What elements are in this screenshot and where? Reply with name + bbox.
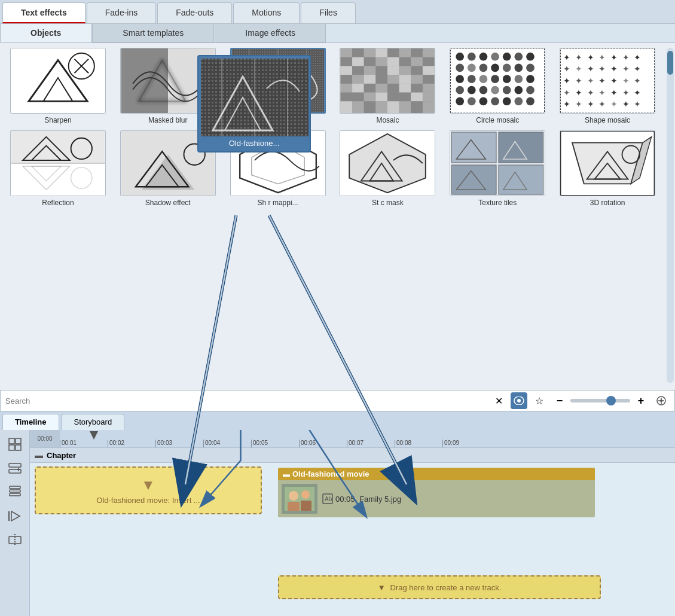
preview-button[interactable] bbox=[511, 392, 527, 409]
tab-smart-templates[interactable]: Smart templates bbox=[92, 24, 214, 42]
svg-rect-43 bbox=[341, 75, 353, 84]
svg-point-108 bbox=[503, 97, 511, 105]
svg-text:✦: ✦ bbox=[575, 89, 582, 97]
svg-rect-37 bbox=[364, 66, 376, 75]
tooltip-popup: Old-fashione... bbox=[197, 55, 311, 153]
sidebar-icon-play[interactable] bbox=[5, 507, 25, 526]
svg-text:✦: ✦ bbox=[575, 100, 582, 109]
effect-thumb-sharpen bbox=[10, 48, 106, 114]
svg-text:✦: ✦ bbox=[598, 89, 606, 97]
svg-text:✦: ✦ bbox=[634, 77, 641, 86]
svg-rect-205 bbox=[10, 490, 20, 492]
svg-text:✦: ✦ bbox=[575, 77, 582, 86]
svg-point-83 bbox=[456, 64, 465, 72]
insert-text: Old-fashioned movie: Insert ... bbox=[96, 496, 200, 505]
svg-rect-35 bbox=[341, 66, 353, 75]
svg-rect-42 bbox=[423, 66, 435, 75]
svg-point-216 bbox=[301, 490, 310, 499]
top-tab-bar: Text effects Fade-ins Fade-outs Motions … bbox=[0, 0, 675, 24]
svg-point-94 bbox=[503, 75, 511, 83]
tab-timeline[interactable]: Timeline bbox=[2, 414, 59, 430]
effect-reflection[interactable]: Reflection bbox=[5, 130, 111, 207]
effect-label-reflection: Reflection bbox=[42, 199, 74, 207]
svg-point-215 bbox=[289, 491, 298, 501]
svg-rect-47 bbox=[387, 75, 399, 84]
svg-point-92 bbox=[479, 75, 488, 83]
tab-text-effects[interactable]: Text effects bbox=[2, 2, 85, 23]
tab-fade-ins[interactable]: Fade-ins bbox=[87, 2, 156, 23]
scrollbar[interactable] bbox=[667, 48, 674, 383]
effect-static-mask[interactable]: St c mask bbox=[334, 130, 441, 207]
timeline-body: 00:00 00:01 00:02 00:03 00:04 00:05 00:0… bbox=[0, 430, 675, 616]
svg-point-91 bbox=[468, 75, 476, 83]
timeline-ruler: 00:00 00:01 00:02 00:03 00:04 00:05 00:0… bbox=[30, 430, 675, 448]
effect-3d-rotation[interactable]: 3D rotation bbox=[554, 130, 661, 207]
tab-storyboard[interactable]: Storyboard bbox=[62, 414, 125, 430]
svg-text:✦: ✦ bbox=[598, 100, 606, 109]
effect-thumb-3d-rotation bbox=[560, 130, 655, 196]
clear-button[interactable]: ✕ bbox=[490, 392, 507, 409]
svg-rect-63 bbox=[387, 93, 399, 102]
search-input[interactable] bbox=[5, 397, 485, 405]
effect-block-header: ▬ Old-fashioned movie bbox=[278, 468, 595, 480]
chapter-row: ▬ Chapter bbox=[30, 448, 675, 463]
svg-text:✦: ✦ bbox=[610, 77, 618, 86]
media-info: Ab 00:05, Family 5.jpg bbox=[322, 493, 401, 504]
settings-button[interactable] bbox=[653, 392, 670, 409]
zoom-out-button[interactable]: − bbox=[551, 392, 568, 409]
slider-track[interactable] bbox=[570, 399, 630, 402]
scrollbar-thumb bbox=[667, 51, 673, 75]
tab-fade-outs[interactable]: Fade-outs bbox=[157, 2, 232, 23]
slider-thumb bbox=[606, 396, 616, 405]
effect-circle-mosaic[interactable]: Circle mosaic bbox=[444, 48, 551, 127]
sidebar-icon-layers[interactable] bbox=[5, 483, 25, 502]
effects-grid: Sharpen Masked blur bbox=[5, 48, 670, 207]
favorites-button[interactable]: ☆ bbox=[531, 392, 548, 409]
zoom-in-button[interactable]: + bbox=[633, 392, 649, 409]
svg-rect-49 bbox=[411, 75, 423, 84]
effect-texture-tiles[interactable]: Texture tiles bbox=[444, 130, 551, 207]
svg-rect-51 bbox=[341, 84, 353, 93]
insert-zone[interactable]: ▼ Old-fashioned movie: Insert ... bbox=[35, 466, 262, 514]
effect-label-shadow: Shadow effect bbox=[145, 199, 191, 207]
effect-label-mosaic: Mosaic bbox=[376, 116, 399, 124]
svg-rect-201 bbox=[9, 463, 21, 467]
svg-text:✦: ✦ bbox=[575, 53, 582, 62]
svg-rect-73 bbox=[411, 101, 423, 113]
tab-objects[interactable]: Objects bbox=[0, 24, 91, 42]
effect-thumb-circle-mosaic bbox=[450, 48, 545, 114]
sidebar-icon-split[interactable] bbox=[5, 530, 25, 550]
effect-shape-mosaic[interactable]: ✦ ✦ ✦ ✦ ✦ ✦ ✦ ✦ ✦ ✦ ✦ ✦ ✦ ✦ ✦ ✦ ✦ bbox=[554, 48, 661, 127]
svg-rect-31 bbox=[387, 57, 399, 66]
timeline-sidebar bbox=[0, 430, 30, 616]
sidebar-icon-add-track[interactable] bbox=[5, 459, 25, 478]
effect-thumb-texture-tiles bbox=[450, 130, 545, 196]
svg-point-81 bbox=[515, 53, 523, 61]
svg-rect-67 bbox=[341, 101, 353, 113]
tab-files[interactable]: Files bbox=[301, 2, 356, 23]
svg-rect-6 bbox=[121, 48, 168, 113]
ruler-tick-4: 00:04 bbox=[203, 440, 251, 447]
svg-rect-50 bbox=[423, 75, 435, 84]
tab-motions[interactable]: Motions bbox=[233, 2, 300, 23]
svg-point-88 bbox=[515, 64, 523, 72]
svg-rect-62 bbox=[376, 93, 388, 102]
svg-text:✦: ✦ bbox=[563, 77, 570, 86]
media-type-icon: Ab bbox=[322, 493, 333, 504]
ruler-tick-7: 00:07 bbox=[347, 440, 395, 447]
insert-arrow-icon: ▼ bbox=[141, 477, 155, 493]
svg-text:✦: ✦ bbox=[587, 53, 594, 62]
timeline-main: 00:00 00:01 00:02 00:03 00:04 00:05 00:0… bbox=[30, 430, 675, 616]
media-thumbnail bbox=[282, 484, 317, 514]
svg-point-86 bbox=[491, 64, 499, 72]
effect-mosaic[interactable]: Mosaic bbox=[334, 48, 441, 127]
effect-sharpen[interactable]: Sharpen bbox=[5, 48, 111, 127]
svg-rect-206 bbox=[10, 493, 20, 496]
svg-point-104 bbox=[456, 97, 465, 105]
drag-new-track-zone[interactable]: ▼ Drag here to create a new track. bbox=[278, 575, 601, 599]
effect-thumb-reflection bbox=[10, 130, 106, 196]
effect-block-content: Ab 00:05, Family 5.jpg bbox=[278, 480, 595, 517]
svg-text:✦: ✦ bbox=[563, 89, 570, 97]
sidebar-icon-grid[interactable] bbox=[5, 435, 25, 454]
tab-image-effects[interactable]: Image effects bbox=[215, 24, 326, 42]
